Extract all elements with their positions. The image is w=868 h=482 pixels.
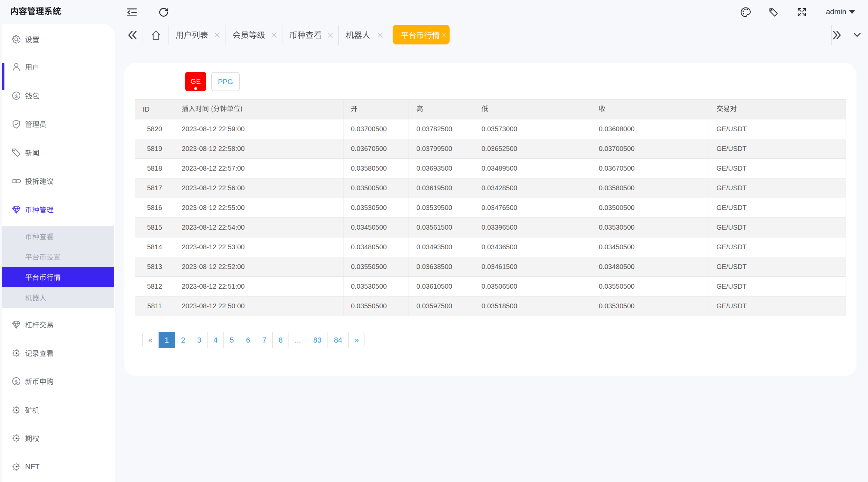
svg-text:$: $ xyxy=(15,93,18,99)
svg-text:$: $ xyxy=(15,379,18,385)
